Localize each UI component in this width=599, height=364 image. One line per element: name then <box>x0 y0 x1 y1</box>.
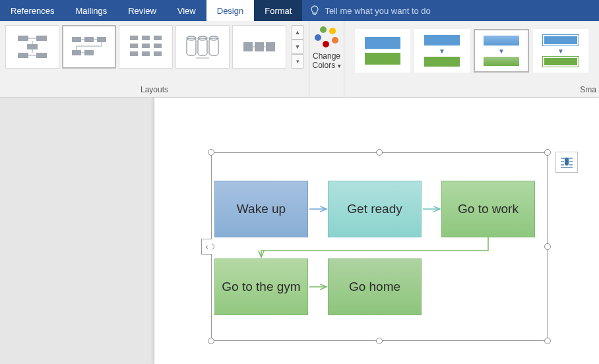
svg-rect-24 <box>142 51 150 56</box>
layout-thumb-2-icon <box>69 32 109 62</box>
styles-group-label-partial: Sma <box>580 85 596 94</box>
layouts-gallery: ▲ ▼ ▾ <box>5 25 303 69</box>
resize-handle-bl[interactable] <box>208 338 214 344</box>
style-option-4[interactable]: ▼ <box>533 29 588 73</box>
svg-rect-20 <box>130 44 138 48</box>
resize-handle-br[interactable] <box>544 338 551 344</box>
svg-rect-19 <box>154 36 162 40</box>
gallery-scroll-up[interactable]: ▲ <box>292 25 303 40</box>
ribbon-tabs: References Mailings Review View Design F… <box>0 0 599 21</box>
svg-rect-10 <box>84 37 94 42</box>
resize-handle-tr[interactable] <box>544 149 551 156</box>
change-colors-label: Change Colors ▾ <box>312 51 341 71</box>
layout-thumb-5-icon <box>239 32 279 62</box>
layout-options-icon <box>559 156 574 169</box>
svg-rect-13 <box>84 50 94 55</box>
svg-rect-18 <box>142 36 150 40</box>
gallery-scroll-down[interactable]: ▼ <box>292 40 303 54</box>
svg-rect-0 <box>18 36 28 41</box>
resize-handle-tl[interactable] <box>208 149 214 156</box>
document-gutter <box>0 98 154 364</box>
layouts-group-label: Layouts <box>0 85 309 94</box>
tell-me-placeholder: Tell me what you want to do <box>325 6 430 16</box>
text-pane-toggle[interactable]: ‹ <box>201 239 212 255</box>
tab-format[interactable]: Format <box>254 0 302 21</box>
styles-gallery: ▼ ▼ ▼ <box>350 25 594 76</box>
ribbon-group-styles: ▼ ▼ ▼ Sma <box>344 21 599 97</box>
svg-rect-33 <box>243 42 253 51</box>
svg-rect-12 <box>72 50 81 55</box>
tell-me-search[interactable]: Tell me what you want to do <box>302 0 599 21</box>
lightbulb-icon <box>310 5 319 16</box>
ribbon-group-layouts: ▲ ▼ ▾ Layouts <box>0 21 309 97</box>
svg-rect-28 <box>209 38 218 55</box>
svg-rect-2 <box>27 44 38 49</box>
smartart-box-5[interactable]: Go home <box>328 258 422 315</box>
document-page[interactable]: ‹ Wake up Get ready Go to work Go to the… <box>154 98 599 364</box>
svg-rect-3 <box>18 53 28 58</box>
layout-option-5[interactable] <box>232 25 286 69</box>
svg-rect-23 <box>130 51 138 56</box>
resize-handle-bm[interactable] <box>376 338 383 344</box>
resize-handle-mr[interactable] <box>544 243 551 250</box>
color-dots-icon <box>313 25 340 49</box>
svg-rect-21 <box>142 44 150 48</box>
layouts-gallery-scroll: ▲ ▼ ▾ <box>292 25 303 69</box>
document-area: ‹ Wake up Get ready Go to work Go to the… <box>0 98 599 364</box>
smartart-box-4[interactable]: Go to the gym <box>214 258 308 315</box>
smartart-selection-frame[interactable]: ‹ Wake up Get ready Go to work Go to the… <box>211 152 548 341</box>
ribbon-content: ▲ ▼ ▾ Layouts Change Colors ▾ ▼ <box>0 21 599 98</box>
layout-thumb-3-icon <box>126 32 166 62</box>
svg-rect-17 <box>130 36 138 40</box>
svg-rect-22 <box>154 44 162 48</box>
layout-option-2[interactable] <box>62 25 116 69</box>
tab-view[interactable]: View <box>167 0 206 21</box>
style-option-3[interactable]: ▼ <box>474 29 529 73</box>
svg-rect-35 <box>266 42 275 51</box>
smartart-box-1[interactable]: Wake up <box>214 181 308 237</box>
smartart-box-3[interactable]: Go to work <box>441 181 535 237</box>
svg-rect-9 <box>72 37 81 42</box>
layout-thumb-1-icon <box>13 32 52 62</box>
layout-thumb-4-icon <box>183 32 222 62</box>
style-option-1[interactable] <box>355 29 410 73</box>
tab-design[interactable]: Design <box>206 0 254 21</box>
layout-option-4[interactable] <box>175 25 230 69</box>
tab-references[interactable]: References <box>0 0 65 21</box>
svg-rect-11 <box>97 37 106 42</box>
svg-rect-27 <box>198 38 207 55</box>
tab-mailings[interactable]: Mailings <box>65 0 117 21</box>
layout-option-1[interactable] <box>5 25 59 69</box>
svg-rect-34 <box>255 42 264 51</box>
smartart-box-2[interactable]: Get ready <box>328 181 422 237</box>
layout-option-3[interactable] <box>119 25 173 69</box>
gallery-expand[interactable]: ▾ <box>292 54 303 69</box>
change-colors-button[interactable]: Change Colors ▾ <box>309 21 344 97</box>
style-option-2[interactable]: ▼ <box>414 29 470 73</box>
svg-rect-26 <box>187 38 196 55</box>
svg-rect-4 <box>36 53 47 58</box>
resize-handle-tm[interactable] <box>376 149 383 156</box>
svg-rect-1 <box>36 36 47 41</box>
layout-options-button[interactable] <box>555 152 578 173</box>
svg-rect-25 <box>154 51 162 56</box>
tab-review[interactable]: Review <box>117 0 167 21</box>
